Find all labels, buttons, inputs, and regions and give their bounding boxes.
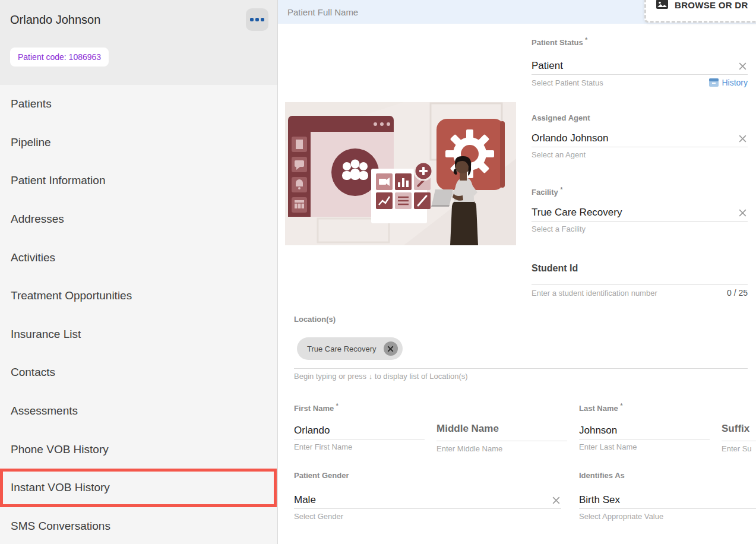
pencil-icon [414,192,431,209]
identifies-as-value: Birth Sex [579,494,620,506]
line-chart-icon [376,192,393,209]
required-mark: * [585,37,587,43]
identifies-as-placeholder: Select Appropriate Value [579,512,756,521]
last-name-label: Last Name [579,404,618,413]
patient-status-value: Patient [532,60,563,72]
suffix-label: Suffix [722,423,756,435]
assigned-agent-field: Assigned Agent Orlando Johnson Select an… [532,113,748,159]
calendar-icon [295,200,304,208]
chip-remove-button[interactable] [384,341,398,356]
assigned-agent-value: Orlando Johnson [532,132,608,144]
ellipsis-icon [261,18,264,21]
gear-icon [436,119,505,190]
identifies-as-select[interactable]: Birth Sex [579,494,756,506]
patient-gender-label: Patient Gender [294,471,561,480]
middle-name-placeholder: Enter Middle Name [436,444,567,453]
history-icon [709,78,719,87]
required-mark: * [620,403,622,409]
facility-select[interactable]: True Care Recovery [532,207,748,219]
clear-icon[interactable] [551,495,561,505]
sidebar-item-phone-vob-history[interactable]: Phone VOB History [0,430,277,469]
clear-icon[interactable] [738,134,748,144]
patient-gender-placeholder: Select Gender [294,512,561,521]
sidebar-item-instant-vob-history[interactable]: Instant VOB History [0,469,277,507]
patient-code-badge: Patient code: 1086963 [10,48,109,67]
last-name-placeholder: Enter Last Name [579,442,710,451]
middle-name-field[interactable]: Middle Name Enter Middle Name [436,403,567,453]
patient-gender-field: Patient Gender Male Select Gender [294,471,561,521]
browse-or-drop-button[interactable]: BROWSE OR DR [644,0,756,23]
patient-status-placeholder: Select Patient Status [532,78,603,87]
identifies-as-label: Identifies As [579,471,756,480]
locations-field: Location(s) [294,315,748,324]
history-link[interactable]: History [709,78,748,87]
first-name-field[interactable]: First Name * Orlando Enter First Name [294,403,425,451]
first-name-value: Orlando [294,425,425,437]
identifies-as-field: Identifies As Birth Sex Select Appropria… [579,471,756,521]
sidebar-item-assessments[interactable]: Assessments [0,392,277,431]
required-mark: * [336,403,339,409]
patient-sidebar: Orlando Johnson Patient code: 1086963 Pa… [0,0,278,544]
middle-name-label: Middle Name [436,423,567,435]
clear-icon[interactable] [738,61,748,71]
facility-value: True Care Recovery [532,207,622,219]
sidebar-nav: Patients Pipeline Patient Information Ad… [0,85,277,544]
suffix-placeholder: Enter Su [722,444,756,453]
student-id-label: Student Id [532,263,748,274]
assigned-agent-select[interactable]: Orlando Johnson [532,132,748,144]
patient-status-select[interactable]: Patient [532,60,748,72]
last-name-value: Johnson [579,425,710,437]
patient-status-label: Patient Status [532,38,583,47]
video-icon [376,173,393,190]
history-label: History [722,78,748,87]
student-id-field[interactable]: Student Id Enter a student identificatio… [532,263,748,298]
sidebar-item-treatment-opportunities[interactable]: Treatment Opportunities [0,277,277,315]
patient-gender-value: Male [294,494,316,506]
patient-gender-select[interactable]: Male [294,494,561,506]
full-name-label: Patient Full Name [287,7,358,17]
sidebar-item-addresses[interactable]: Addresses [0,200,277,239]
sidebar-item-contacts[interactable]: Contacts [0,353,277,392]
locations-input[interactable]: Begin typing or press ↓ to display list … [294,368,748,381]
sidebar-item-insurance-list[interactable]: Insurance List [0,315,277,354]
facility-label: Facility [532,188,558,197]
locations-placeholder: Begin typing or press ↓ to display list … [294,372,748,381]
first-name-label: First Name [294,404,334,413]
sidebar-item-patients[interactable]: Patients [0,85,277,124]
browse-label: BROWSE OR DR [675,0,748,10]
patient-status-field: Patient Status * Patient Select Patient … [532,37,748,87]
plus-icon [415,162,432,180]
sidebar-header: Orlando Johnson Patient code: 1086963 [0,0,277,85]
assigned-agent-placeholder: Select an Agent [532,150,748,159]
image-icon [656,0,669,11]
patient-photo-placeholder-illustration [285,102,516,245]
sidebar-item-activities[interactable]: Activities [0,238,277,277]
char-counter: 0 / 25 [727,288,748,298]
required-mark: * [560,186,562,193]
assigned-agent-label: Assigned Agent [532,113,748,122]
patient-name: Orlando Johnson [10,13,100,27]
more-options-button[interactable] [246,8,268,31]
locations-label: Location(s) [294,315,748,324]
sidebar-item-sms-conversations[interactable]: SMS Conversations [0,507,277,544]
clear-icon[interactable] [738,208,748,218]
ellipsis-icon [255,18,259,21]
ellipsis-icon [250,18,254,21]
sidebar-item-pipeline[interactable]: Pipeline [0,124,277,162]
sidebar-item-patient-information[interactable]: Patient Information [0,162,277,200]
location-chip: True Care Recovery [297,337,403,360]
document-icon [296,140,303,149]
facility-placeholder: Select a Facility [532,224,748,233]
bar-chart-icon [395,173,412,190]
first-name-placeholder: Enter First Name [294,442,425,451]
list-icon [395,192,412,209]
last-name-field[interactable]: Last Name * Johnson Enter Last Name [579,403,710,451]
location-chip-label: True Care Recovery [307,344,377,353]
suffix-field[interactable]: Suffix Enter Su [722,403,756,453]
student-id-placeholder: Enter a student identification number [532,289,657,298]
patient-form: Patient Full Name BROWSE OR DR [278,0,756,544]
facility-field: Facility * True Care Recovery Select a F… [532,186,748,233]
